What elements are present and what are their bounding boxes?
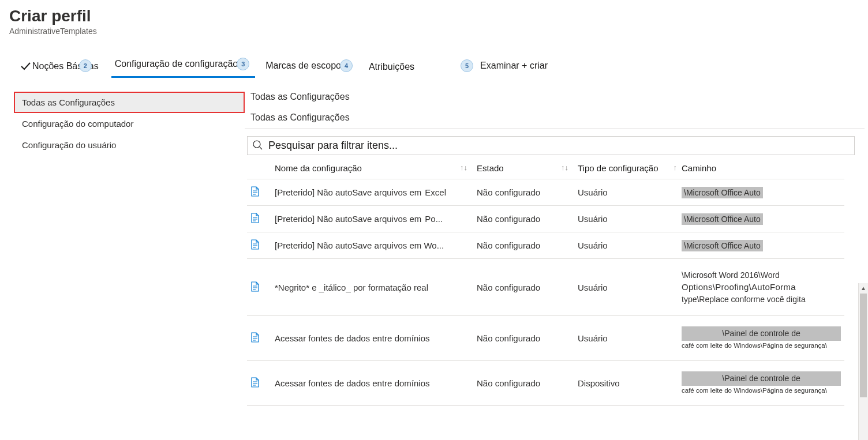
settings-sidebar: Todas as Configurações Configuração do c… xyxy=(0,92,245,406)
search-input[interactable] xyxy=(267,139,850,152)
cell-type: Usuário xyxy=(574,179,678,206)
cell-type: Usuário xyxy=(574,259,678,316)
file-icon xyxy=(250,239,260,251)
step-label: Atribuições xyxy=(369,62,414,72)
file-icon xyxy=(250,377,260,389)
col-type[interactable]: Tipo de configuração ↑ xyxy=(574,155,678,179)
main-panel: Todas as Configurações Todas as Configur… xyxy=(245,92,868,406)
scrollbar[interactable]: ▲ xyxy=(858,283,868,440)
svg-line-1 xyxy=(260,147,262,149)
sidebar-item-computer[interactable]: Configuração do computador xyxy=(14,113,245,134)
step-label: Marcas de escopo xyxy=(265,61,341,71)
col-type-label: Tipo de configuração xyxy=(578,163,659,173)
table-row[interactable]: *Negrito* e _itálico_ por formatação rea… xyxy=(247,259,844,316)
step-review[interactable]: 5 Examinar + criar xyxy=(457,56,553,78)
file-icon xyxy=(250,213,260,225)
col-name-label: Nome da configuração xyxy=(275,163,362,173)
cell-name: Acessar fontes de dados entre domínios xyxy=(271,361,473,406)
cell-path: \Microsoft Office Auto xyxy=(678,232,844,259)
cell-path: \Painel de controle decafé com leite do … xyxy=(678,361,844,406)
divider xyxy=(245,129,865,129)
search-icon xyxy=(252,140,267,152)
wizard-steps: Noções Básicas 2 Configuração de configu… xyxy=(0,38,868,78)
file-icon xyxy=(250,186,260,198)
page-subtitle: AdministrativeTemplates xyxy=(9,27,859,36)
file-icon xyxy=(250,281,260,294)
step-number-icon: 3 xyxy=(237,58,249,70)
table-row[interactable]: [Preterido] Não autoSave arquivos emPo..… xyxy=(247,206,844,232)
cell-type: Dispositivo xyxy=(574,361,678,406)
sort-icon: ↑↓ xyxy=(561,163,568,172)
page-title: Criar perfil xyxy=(9,7,859,25)
cell-state: Não configurado xyxy=(473,259,574,316)
search-box[interactable] xyxy=(247,136,855,155)
table-row[interactable]: [Preterido] Não autoSave arquivos emExce… xyxy=(247,179,844,206)
col-path-label: Caminho xyxy=(682,163,716,173)
check-icon xyxy=(20,61,31,72)
cell-path: \Microsoft Office Auto xyxy=(678,206,844,232)
cell-path: \Painel de controle decafé com leite do … xyxy=(678,316,844,361)
cell-state: Não configurado xyxy=(473,316,574,361)
cell-type: Usuário xyxy=(574,316,678,361)
step-label: Configuração de configuração xyxy=(115,59,238,69)
sidebar-item-all[interactable]: Todas as Configurações xyxy=(14,92,245,113)
cell-type: Usuário xyxy=(574,206,678,232)
svg-point-0 xyxy=(253,141,260,148)
table-row[interactable]: Acessar fontes de dados entre domíniosNã… xyxy=(247,361,844,406)
cell-state: Não configurado xyxy=(473,361,574,406)
step-label: Examinar + criar xyxy=(480,61,548,71)
table-row[interactable]: [Preterido] Não autoSave arquivos em Wo.… xyxy=(247,232,844,259)
step-assign[interactable]: Atribuições xyxy=(365,58,420,78)
breadcrumb-1: Todas as Configurações xyxy=(250,92,865,102)
cell-name: Acessar fontes de dados entre domínios xyxy=(271,316,473,361)
scroll-up-icon[interactable]: ▲ xyxy=(859,283,868,292)
col-state[interactable]: Estado ↑↓ xyxy=(473,155,574,179)
step-number-icon: 5 xyxy=(461,59,473,72)
settings-table: Nome da configuração ↑↓ Estado ↑↓ Tipo d… xyxy=(247,155,844,406)
scroll-thumb[interactable] xyxy=(860,294,867,397)
cell-path: \Microsoft Word 2016\WordOptions\Proofin… xyxy=(678,259,844,316)
col-path[interactable]: Caminho xyxy=(678,155,844,179)
cell-state: Não configurado xyxy=(473,232,574,259)
col-name[interactable]: Nome da configuração ↑↓ xyxy=(271,155,473,179)
step-basics[interactable]: Noções Básicas 2 xyxy=(16,57,104,78)
cell-state: Não configurado xyxy=(473,206,574,232)
cell-path: \Microsoft Office Auto xyxy=(678,179,844,206)
cell-name: *Negrito* e _itálico_ por formatação rea… xyxy=(271,259,473,316)
sort-icon: ↑↓ xyxy=(460,163,467,172)
step-config[interactable]: Configuração de configuração 3 xyxy=(111,54,255,78)
cell-name: [Preterido] Não autoSave arquivos em Wo.… xyxy=(271,232,473,259)
col-state-label: Estado xyxy=(477,163,504,173)
sidebar-item-user[interactable]: Configuração do usuário xyxy=(14,134,245,156)
cell-type: Usuário xyxy=(574,232,678,259)
step-scope[interactable]: Marcas de escopo 4 xyxy=(262,56,358,78)
step-number-icon: 2 xyxy=(79,59,92,72)
cell-name: [Preterido] Não autoSave arquivos emExce… xyxy=(271,179,473,206)
step-number-icon: 4 xyxy=(340,59,353,72)
table-row[interactable]: Acessar fontes de dados entre domíniosNã… xyxy=(247,316,844,361)
breadcrumb-2: Todas as Configurações xyxy=(250,112,865,123)
sort-icon: ↑ xyxy=(674,163,678,172)
file-icon xyxy=(250,332,260,344)
cell-name: [Preterido] Não autoSave arquivos emPo..… xyxy=(271,206,473,232)
cell-state: Não configurado xyxy=(473,179,574,206)
